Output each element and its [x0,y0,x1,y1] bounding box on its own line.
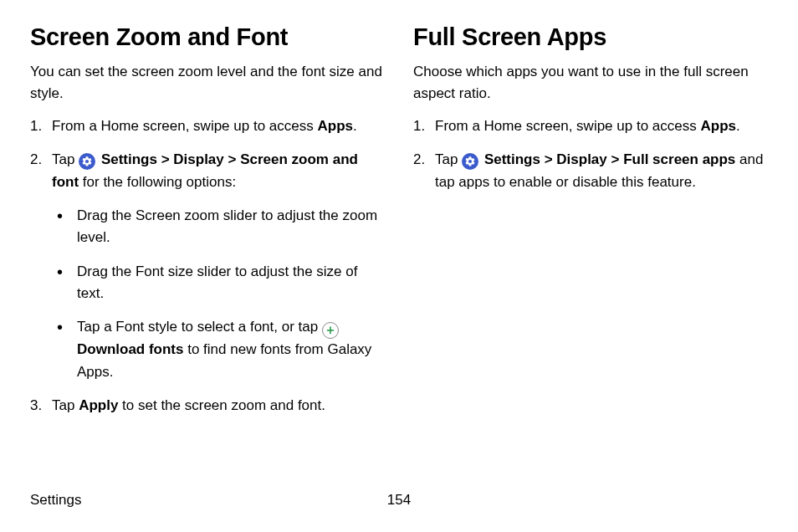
gear-icon [79,153,95,170]
heading-screen-zoom: Screen Zoom and Font [30,23,385,51]
page-number: 154 [387,492,411,509]
intro-left: You can set the screen zoom level and th… [30,61,385,104]
step-2-right: Tap Settings > Display > Full screen app… [413,149,768,193]
bullet-1: Drag the Screen zoom slider to adjust th… [57,205,385,249]
steps-right: From a Home screen, swipe up to access A… [413,115,768,193]
left-column: Screen Zoom and Font You can set the scr… [30,23,385,428]
bullets-left: Drag the Screen zoom slider to adjust th… [52,205,385,383]
gear-icon [462,153,478,170]
step-1-left: From a Home screen, swipe up to access A… [30,115,385,137]
right-column: Full Screen Apps Choose which apps you w… [413,23,768,428]
step-1-right: From a Home screen, swipe up to access A… [413,115,768,137]
intro-right: Choose which apps you want to use in the… [413,61,768,104]
steps-left: From a Home screen, swipe up to access A… [30,115,385,417]
plus-icon: + [322,322,339,339]
footer-section: Settings [30,492,81,509]
bullet-3: Tap a Font style to select a font, or ta… [57,316,385,383]
footer: Settings 154 [30,492,768,509]
step-2-left: Tap Settings > Display > Screen zoom and… [30,149,385,383]
bullet-2: Drag the Font size slider to adjust the … [57,261,385,305]
step-3-left: Tap Apply to set the screen zoom and fon… [30,395,385,417]
heading-full-screen: Full Screen Apps [413,23,768,51]
